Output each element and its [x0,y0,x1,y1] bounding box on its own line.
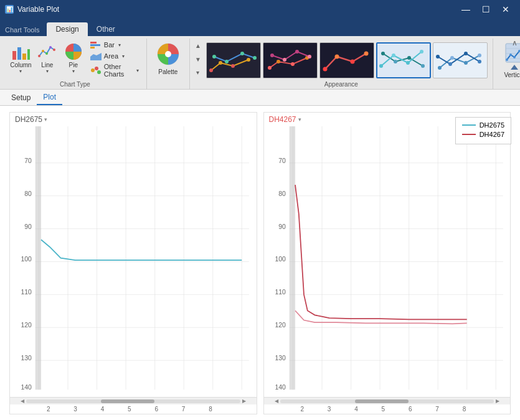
svg-point-35 [295,50,299,54]
svg-point-7 [49,46,52,49]
chart-dh2675-label: DH2675 [15,115,42,124]
other-charts-dropdown[interactable]: Other Charts ▾ [88,62,141,78]
chart-dh4267-arrow[interactable]: ▾ [298,116,301,123]
svg-text:100: 100 [21,255,32,263]
x-axis-dh2675: 2 3 4 5 6 7 8 [10,404,257,414]
svg-text:140: 140 [275,383,286,391]
bar-icon [90,40,102,49]
scroll-left-dh2675[interactable]: ◀ [19,398,26,405]
chart-body-dh2675: 70 80 90 100 110 120 130 140 [10,126,257,397]
chart-type-content: Column ▾ Line ▾ [9,40,141,78]
svg-rect-11 [90,44,100,46]
swatch-scroll-more[interactable]: ▾ [196,69,199,76]
line-chart-button[interactable]: Line ▾ [35,40,59,76]
svg-text:80: 80 [24,190,32,197]
tab-other[interactable]: Other [88,22,124,36]
svg-point-14 [91,68,95,72]
swatch-scroll-up[interactable]: ▲ [195,42,201,49]
chart-scrollbar-dh2675: ◀ ▶ [10,397,257,404]
chart-dh2675-arrow[interactable]: ▾ [44,116,47,123]
svg-text:120: 120 [275,321,286,329]
scrollbar-track-dh2675[interactable] [26,399,240,403]
vertical-group-label [498,85,520,89]
svg-marker-68 [511,65,518,70]
svg-point-31 [291,62,295,66]
svg-point-46 [421,64,425,68]
swatch-scroll-down[interactable]: ▼ [195,56,201,63]
svg-point-50 [420,50,423,54]
svg-point-21 [219,61,222,65]
palette-group: Palette [147,39,190,89]
svg-point-40 [350,60,354,64]
swatch-4[interactable] [376,42,431,78]
svg-point-6 [45,52,48,55]
close-button[interactable]: ✕ [496,0,515,19]
svg-point-27 [253,56,257,60]
palette-icon [156,42,181,68]
tab-design[interactable]: Design [47,22,87,36]
svg-text:80: 80 [278,190,286,197]
tab-plot[interactable]: Plot [37,90,62,105]
chart-body-dh4267: 70 80 90 100 110 120 130 140 [264,126,511,397]
pie-chart-button[interactable]: Pie ▾ [62,40,85,76]
svg-rect-2 [22,54,26,60]
svg-point-8 [53,49,55,51]
area-label: Area [104,52,118,60]
title-bar-left: 📊 Variable Plot [5,5,59,14]
scroll-right-dh2675[interactable]: ▶ [240,398,248,405]
chart-panel-dh2675: DH2675 ▾ 70 80 90 [9,112,257,414]
line-arrow: ▾ [46,68,49,74]
svg-point-65 [509,54,512,56]
chart-dh4267-label: DH4267 [269,115,296,124]
svg-point-5 [42,50,44,52]
area-icon [90,52,102,60]
palette-button[interactable]: Palette [152,40,184,77]
column-arrow: ▾ [19,68,22,74]
swatch-5[interactable] [433,42,488,78]
svg-point-15 [95,67,98,70]
svg-text:70: 70 [24,157,32,164]
maximize-button[interactable]: ☐ [476,0,495,19]
svg-point-41 [364,52,368,56]
swatch-1[interactable] [206,42,261,78]
scrollbar-thumb-dh4267 [355,399,409,403]
area-dropdown[interactable]: Area ▾ [88,51,141,61]
svg-rect-28 [265,44,316,77]
appearance-group: ▲ ▼ ▾ [190,39,493,89]
minimize-button[interactable]: — [456,0,475,19]
chart-svg-dh2675: 70 80 90 100 110 120 130 140 [10,126,257,397]
svg-point-34 [283,58,286,62]
pie-arrow: ▾ [72,68,75,74]
charts-container: DH2675 ▾ 70 80 90 [0,106,520,420]
svg-point-22 [231,64,235,68]
scrollbar-track-dh4267[interactable] [280,399,494,403]
svg-point-39 [334,55,339,59]
svg-text:110: 110 [21,288,32,296]
swatch-3[interactable] [319,42,374,78]
bar-dropdown[interactable]: Bar ▾ [88,40,141,50]
chart-title-dh2675: DH2675 ▾ [10,113,257,126]
column-chart-button[interactable]: Column ▾ [9,40,33,76]
ribbon: Column ▾ Line ▾ [0,36,520,90]
swatch-2[interactable] [263,42,318,78]
svg-point-52 [438,66,442,70]
appearance-swatches [206,40,488,78]
scroll-right-dh4267[interactable]: ▶ [494,398,501,405]
legend-label-dh2675: DH2675 [480,121,504,129]
bar-arrow: ▾ [118,42,121,48]
other-charts-arrow: ▾ [136,68,139,73]
svg-rect-19 [208,44,259,77]
palette-content: Palette [152,40,184,85]
column-label: Column [10,62,31,68]
tab-setup[interactable]: Setup [5,91,37,105]
svg-text:100: 100 [275,255,286,263]
svg-point-43 [381,52,385,55]
svg-rect-12 [90,47,95,49]
column-chart-icon [11,42,31,62]
ribbon-collapse-button[interactable]: ∧ [512,39,518,47]
app-icon: 📊 [5,5,14,14]
svg-text:130: 130 [21,354,32,362]
svg-point-66 [513,56,516,58]
scroll-left-dh4267[interactable]: ◀ [273,398,280,405]
svg-point-18 [165,51,171,57]
